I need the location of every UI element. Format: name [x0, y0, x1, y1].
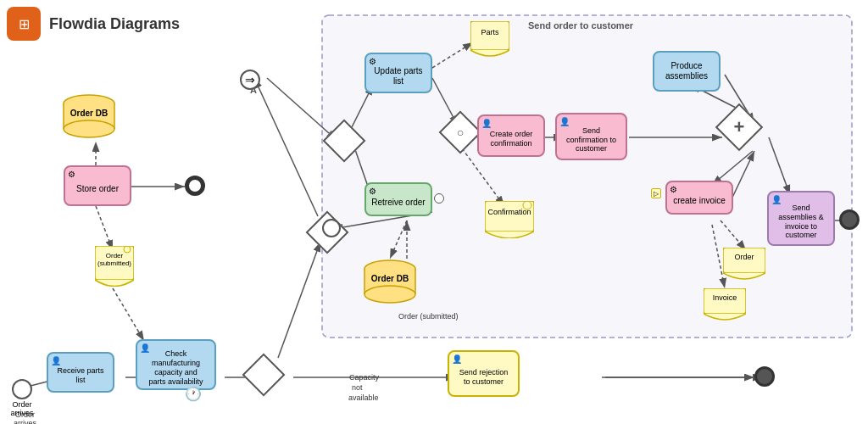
- end-circle-1: [185, 176, 205, 196]
- clock-icon: 🕐: [185, 386, 202, 402]
- svg-rect-54: [485, 201, 534, 232]
- order-db-1: Order DB: [59, 93, 119, 140]
- svg-line-15: [113, 288, 144, 341]
- retrieve-order-label: Retreive order: [368, 196, 428, 209]
- invoice-doc: Invoice: [704, 288, 746, 326]
- task-icon-retrieve: ⚙: [369, 187, 376, 197]
- create-invoice-label: create invoice: [670, 194, 729, 208]
- order-doc: Order: [723, 248, 765, 285]
- send-assemblies-task[interactable]: 👤 Sendassemblies &invoice tocustomer: [767, 191, 835, 246]
- svg-line-7: [278, 242, 320, 358]
- confirmation-doc: Confirmation: [485, 201, 534, 243]
- send-confirmation-task[interactable]: 👤 Sendconfirmation tocustomer: [555, 113, 627, 160]
- check-capacity-task[interactable]: 👤 Checkmanufacturingcapacity andparts av…: [136, 339, 216, 390]
- connections-svg: Send order to customer Order arrives: [0, 0, 868, 424]
- svg-line-26: [462, 148, 504, 206]
- retrieve-order-task[interactable]: ⚙ Retreive order: [364, 182, 432, 216]
- send-assemblies-label: Sendassemblies &invoice tocustomer: [775, 202, 827, 242]
- start-event-label: Orderarrives: [3, 400, 41, 417]
- svg-line-22: [390, 220, 407, 259]
- triangle-1: ▷: [651, 188, 661, 198]
- svg-point-53: [364, 286, 415, 303]
- app-logo: ⊞: [7, 7, 41, 41]
- task-icon-check: 👤: [140, 343, 150, 354]
- order-submitted-label: Order(submitted): [95, 253, 134, 268]
- retrieve-circle: [434, 193, 444, 204]
- svg-line-16: [267, 78, 337, 140]
- create-invoice-task[interactable]: ⚙ create invoice: [665, 181, 733, 215]
- task-icon-create-conf: 👤: [481, 119, 492, 129]
- confirmation-doc-label: Confirmation: [485, 208, 534, 216]
- check-capacity-label: Checkmanufacturingcapacity andparts avai…: [145, 348, 206, 388]
- task-icon-update: ⚙: [369, 57, 376, 67]
- gateway-1: [329, 126, 359, 156]
- svg-text:Capacity: Capacity: [349, 373, 380, 382]
- store-order-task[interactable]: ⚙ Store order: [64, 165, 131, 206]
- circle-junction-1: [322, 219, 341, 237]
- diagram-canvas: ⊞ Flowdia Diagrams Send order to custome…: [0, 0, 868, 424]
- invoice-doc-label: Invoice: [704, 293, 746, 302]
- intermediate-event-a: ⇒: [240, 70, 260, 90]
- plus-gateway: +: [722, 110, 756, 144]
- svg-line-32: [731, 151, 754, 201]
- produce-assemblies-label: Produceassemblies: [662, 59, 711, 83]
- task-icon-store: ⚙: [68, 170, 75, 180]
- svg-text:not: not: [352, 383, 363, 392]
- create-confirmation-label: Create orderconfirmation: [487, 128, 537, 150]
- svg-line-33: [721, 220, 746, 250]
- produce-assemblies-task[interactable]: Produceassemblies: [653, 51, 721, 92]
- svg-point-45: [64, 120, 114, 137]
- send-rejection-task[interactable]: 👤 Send rejectionto customer: [448, 350, 520, 397]
- svg-line-35: [769, 137, 790, 195]
- svg-line-24: [254, 78, 318, 216]
- task-icon-create-inv: ⚙: [670, 185, 677, 195]
- order-db-2: Order DB: [360, 259, 420, 305]
- svg-line-31: [712, 151, 753, 185]
- create-confirmation-task[interactable]: 👤 Create orderconfirmation: [477, 114, 545, 157]
- task-icon-send-rejection: 👤: [452, 354, 462, 365]
- app-header: ⊞ Flowdia Diagrams: [7, 7, 180, 41]
- start-event: [12, 379, 32, 399]
- parts-doc: Parts: [470, 21, 509, 57]
- update-parts-task[interactable]: ⚙ Update partslist: [364, 53, 432, 93]
- svg-line-19: [432, 42, 473, 68]
- order-db-1-label: Order DB: [59, 109, 119, 118]
- store-order-label: Store order: [73, 182, 122, 196]
- app-title: Flowdia Diagrams: [49, 15, 180, 33]
- send-confirmation-label: Sendconfirmation tocustomer: [563, 125, 620, 155]
- end-event-right: [839, 209, 860, 230]
- order-db-2-label: Order DB: [360, 274, 420, 283]
- send-rejection-label: Send rejectionto customer: [456, 366, 512, 388]
- task-icon-send-assemblies: 👤: [771, 195, 782, 205]
- order-doc-label: Order: [723, 253, 765, 261]
- svg-text:available: available: [348, 393, 379, 402]
- order-submitted-doc: Order(submitted): [95, 246, 134, 287]
- receive-parts-task[interactable]: 👤 Receive partslist: [47, 352, 114, 393]
- order-submitted-label-2: Order (submitted): [398, 312, 459, 321]
- update-parts-label: Update partslist: [370, 64, 426, 88]
- task-icon-receive: 👤: [51, 356, 61, 366]
- svg-line-14: [96, 206, 113, 250]
- svg-text:Send order to customer: Send order to customer: [528, 20, 634, 31]
- exclusive-gateway: ○: [445, 117, 476, 148]
- svg-text:arrives: arrives: [14, 419, 37, 424]
- receive-parts-label: Receive partslist: [53, 365, 107, 387]
- gateway-capacity: [248, 360, 279, 390]
- parts-doc-label: Parts: [470, 28, 509, 36]
- end-event-bottom: [754, 366, 775, 387]
- task-icon-send-conf: 👤: [559, 117, 570, 127]
